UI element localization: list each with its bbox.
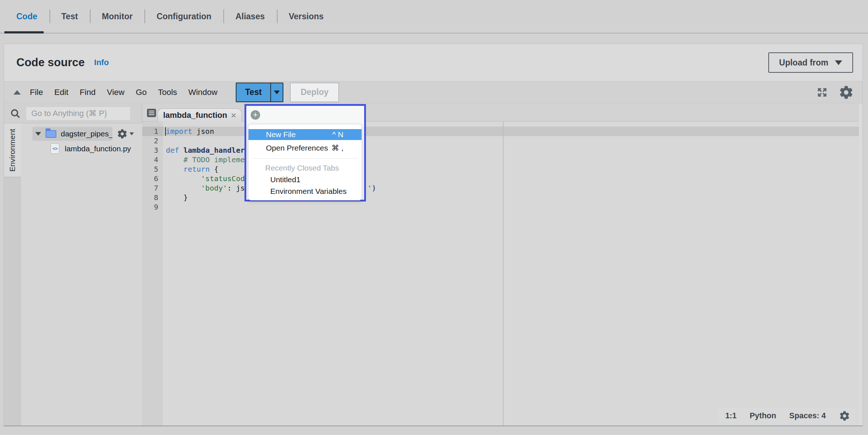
menu-item-find[interactable]: Find xyxy=(80,88,96,97)
test-button[interactable]: Test xyxy=(236,83,284,102)
menu-bar-items: FileEditFindViewGoToolsWindow xyxy=(30,88,218,97)
chevron-down-icon xyxy=(274,91,280,94)
tree-folder-row[interactable]: dagster_pipes_funct xyxy=(32,127,112,141)
menu-item-environment-variables[interactable]: Environment Variables xyxy=(270,187,347,196)
disclosure-triangle-icon[interactable] xyxy=(35,132,41,136)
deploy-button[interactable]: Deploy xyxy=(290,83,339,102)
code-source-card: Code source Info Upload from FileEditFin… xyxy=(4,44,863,426)
menu-section-header: Recently Closed Tabs xyxy=(265,164,339,172)
search-icon[interactable] xyxy=(10,108,21,119)
editor-tab-label: lambda_function xyxy=(163,111,227,120)
editor-menubar: FileEditFindViewGoToolsWindow Test Deplo… xyxy=(4,81,863,103)
editor-settings-gear-icon[interactable] xyxy=(839,85,854,100)
text-cursor xyxy=(165,127,166,136)
new-tab-menu-card: New File ^ N Open Preferences ⌘ , Recent… xyxy=(248,124,362,200)
upload-from-label: Upload from xyxy=(779,58,828,68)
code-line-9 xyxy=(166,202,859,212)
line-numbers: 123456789 xyxy=(142,127,163,212)
menu-item-view[interactable]: View xyxy=(107,88,124,97)
menu-item-label: Open Preferences xyxy=(266,144,328,152)
code-source-header: Code source Info Upload from xyxy=(4,44,863,81)
menu-item-open-preferences[interactable]: Open Preferences ⌘ , xyxy=(248,143,362,153)
menu-item-window[interactable]: Window xyxy=(188,88,218,97)
upload-from-button[interactable]: Upload from xyxy=(768,52,853,73)
menu-item-label: New File xyxy=(266,130,296,139)
search-row xyxy=(4,104,142,123)
python-file-icon: <> xyxy=(51,143,59,154)
test-button-caret[interactable] xyxy=(270,83,283,101)
cursor-position[interactable]: 1:1 xyxy=(725,411,737,420)
menubar-right-icons xyxy=(816,85,854,100)
menu-divider xyxy=(252,158,358,159)
folder-name: dagster_pipes_funct xyxy=(61,129,112,138)
menu-item-new-file[interactable]: New File ^ N xyxy=(248,129,362,140)
editor-body: Environment dagster_pipes_funct <> xyxy=(4,104,863,426)
editor-tab-lambda-function[interactable]: lambda_function × xyxy=(158,108,242,122)
language-mode[interactable]: Python xyxy=(750,411,776,420)
line-number-3: 3 xyxy=(142,145,163,155)
folder-icon xyxy=(45,130,56,138)
test-button-label[interactable]: Test xyxy=(236,83,271,101)
menu-item-edit[interactable]: Edit xyxy=(54,88,68,97)
line-number-8: 8 xyxy=(142,193,163,202)
top-tab-code[interactable]: Code xyxy=(4,0,49,33)
gear-icon xyxy=(117,128,128,139)
status-gear-icon[interactable] xyxy=(839,410,850,422)
new-tab-menu: + New File ^ N Open Preferences ⌘ , Rece… xyxy=(244,104,366,201)
environment-strip: Environment xyxy=(4,123,21,426)
collapse-panel-icon[interactable] xyxy=(13,90,21,95)
line-number-5: 5 xyxy=(142,164,163,174)
top-tab-test[interactable]: Test xyxy=(49,0,90,33)
file-tree: dagster_pipes_funct <> lambda_function.p… xyxy=(21,123,142,426)
top-tab-aliases[interactable]: Aliases xyxy=(223,0,277,33)
menu-item-shortcut: ⌘ , xyxy=(331,144,354,152)
top-nav: CodeTestMonitorConfigurationAliasesVersi… xyxy=(0,0,868,33)
top-nav-tabs: CodeTestMonitorConfigurationAliasesVersi… xyxy=(4,0,336,33)
menu-item-file[interactable]: File xyxy=(30,88,43,97)
tree-file-row[interactable]: <> lambda_function.py xyxy=(51,143,131,154)
fullscreen-icon[interactable] xyxy=(816,86,828,99)
top-tab-configuration[interactable]: Configuration xyxy=(144,0,223,33)
tree-settings-control[interactable] xyxy=(117,128,134,139)
close-tab-icon[interactable]: × xyxy=(231,111,236,120)
menu-item-go[interactable]: Go xyxy=(136,88,147,97)
file-name: lambda_function.py xyxy=(65,144,131,153)
line-number-4: 4 xyxy=(142,155,163,164)
menu-item-tools[interactable]: Tools xyxy=(158,88,177,97)
tab-list-icon[interactable] xyxy=(147,108,156,117)
page-title: Code source xyxy=(16,56,85,69)
top-tab-versions[interactable]: Versions xyxy=(277,0,336,33)
spaces-setting[interactable]: Spaces: 4 xyxy=(789,411,826,420)
line-number-6: 6 xyxy=(142,174,163,183)
chevron-down-icon xyxy=(130,132,134,135)
menu-item-untitled1[interactable]: Untitled1 xyxy=(270,175,300,184)
info-link[interactable]: Info xyxy=(94,58,109,67)
chevron-down-icon xyxy=(835,60,842,65)
line-number-1: 1 xyxy=(142,127,163,136)
line-number-9: 9 xyxy=(142,202,163,212)
top-tab-monitor[interactable]: Monitor xyxy=(90,0,144,33)
new-tab-plus-button[interactable]: + xyxy=(251,110,260,120)
go-to-anything-input[interactable] xyxy=(26,107,131,120)
editor-status-bar: 1:1 Python Spaces: 4 xyxy=(717,408,855,423)
left-panel: Environment dagster_pipes_funct <> xyxy=(4,104,142,426)
line-number-2: 2 xyxy=(142,136,163,145)
menu-item-shortcut: ^ N xyxy=(332,130,354,139)
environment-tab[interactable]: Environment xyxy=(4,123,21,177)
line-number-7: 7 xyxy=(142,183,163,193)
environment-tab-label: Environment xyxy=(8,129,17,172)
